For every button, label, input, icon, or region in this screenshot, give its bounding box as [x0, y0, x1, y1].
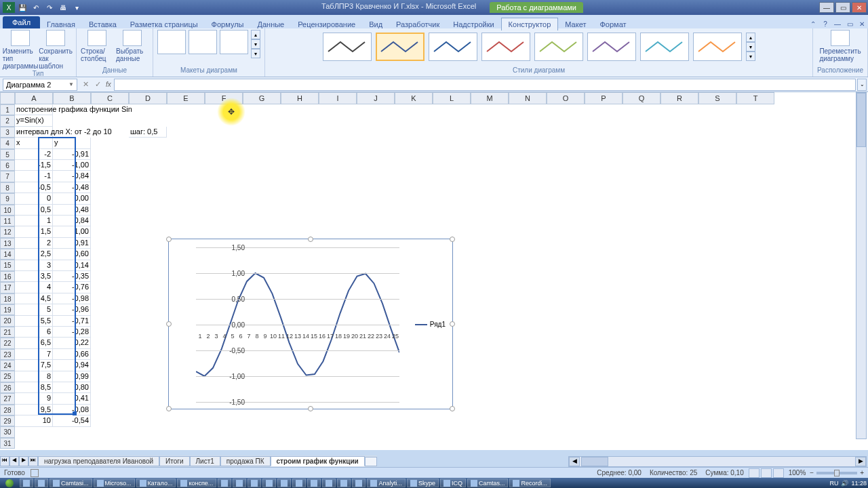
row-header[interactable]: 2	[0, 115, 15, 126]
taskbar-item[interactable]: Analyti...	[367, 479, 406, 487]
row-header[interactable]: 27	[0, 393, 15, 404]
layout-thumb[interactable]	[157, 30, 186, 54]
row-header[interactable]: 17	[0, 282, 15, 293]
row-header[interactable]: 18	[0, 293, 15, 304]
cell[interactable]: 2,5	[15, 249, 53, 260]
taskbar-item[interactable]	[337, 479, 351, 487]
cell[interactable]: 7,5	[15, 360, 53, 371]
chart-style-4[interactable]	[481, 33, 530, 61]
col-header[interactable]: S	[698, 92, 736, 104]
cell[interactable]: 4,5	[15, 293, 53, 304]
col-header[interactable]: B	[53, 92, 91, 104]
qat-save-icon[interactable]: 💾	[16, 2, 28, 13]
row-header[interactable]: 6	[0, 160, 15, 171]
cell[interactable]: y	[53, 138, 91, 148]
cell[interactable]: 0	[15, 193, 53, 204]
row-header[interactable]: 12	[0, 226, 15, 237]
row-header[interactable]: 16	[0, 271, 15, 282]
cell[interactable]: -0,96	[53, 304, 91, 315]
gallery-down-icon[interactable]: ▾	[746, 42, 755, 52]
sheet-tab[interactable]: нагрузка преподавателя Ивановой	[38, 456, 159, 466]
sheet-tab[interactable]: Лист1	[190, 456, 220, 466]
cancel-fx-icon[interactable]: ✕	[80, 79, 91, 90]
cell[interactable]: 0,14	[53, 260, 91, 271]
cell[interactable]: шаг: 0,5	[129, 127, 167, 138]
cell[interactable]: 4	[15, 282, 53, 293]
cell[interactable]: 10	[15, 415, 53, 426]
row-header[interactable]: 10	[0, 205, 15, 216]
cell[interactable]: -0,76	[53, 282, 91, 293]
cell[interactable]: 9,5	[15, 405, 53, 415]
col-header[interactable]: N	[509, 92, 547, 104]
zoom-percent[interactable]: 100%	[789, 469, 806, 476]
col-header[interactable]: Q	[623, 92, 660, 104]
taskbar-item[interactable]: Microso...	[94, 479, 135, 487]
cell[interactable]: -0,28	[53, 327, 91, 338]
worksheet-grid[interactable]: ABCDEFGHIJKLMNOPQRST 1234567891011121314…	[0, 92, 868, 450]
taskbar-item[interactable]: Recordi...	[509, 479, 551, 487]
sheet-tab[interactable]: продажа ПК	[220, 456, 271, 466]
doc-close-icon[interactable]: ✕	[857, 19, 867, 28]
gallery-more-icon[interactable]: ▾	[251, 49, 260, 58]
row-header[interactable]: 23	[0, 349, 15, 360]
chart-style-2[interactable]	[376, 33, 425, 61]
qat-more-icon[interactable]: ▾	[71, 2, 83, 13]
col-header[interactable]: A	[15, 92, 53, 104]
taskbar-item[interactable]	[218, 479, 231, 487]
tray-volume-icon[interactable]: 🔊	[841, 480, 848, 487]
col-header[interactable]: R	[660, 92, 698, 104]
taskbar-item[interactable]: Катало...	[136, 479, 176, 487]
cell[interactable]: 0,94	[53, 360, 91, 371]
formula-bar-expand-icon[interactable]: ⌄	[857, 79, 867, 91]
gallery-down-icon[interactable]: ▾	[251, 39, 260, 49]
cell[interactable]: 8	[15, 371, 53, 382]
sheet-tab[interactable]: Итоги	[159, 456, 189, 466]
chart-style-3[interactable]	[429, 33, 477, 61]
col-header[interactable]: K	[395, 92, 433, 104]
taskbar-pinned[interactable]	[35, 479, 48, 487]
embedded-chart[interactable]: 1234567891011121314151617181920212223242…	[168, 239, 453, 409]
taskbar-item[interactable]: Skype	[407, 479, 439, 487]
col-header[interactable]: J	[357, 92, 395, 104]
tab-file[interactable]: Файл	[3, 16, 40, 28]
cell[interactable]: 0,48	[53, 205, 91, 216]
cell[interactable]: 1	[15, 216, 53, 226]
cell[interactable]: -0,08	[53, 405, 91, 415]
cell[interactable]: 8,5	[15, 382, 53, 393]
horizontal-scrollbar[interactable]: ◀▶	[568, 456, 867, 467]
macro-record-icon[interactable]	[31, 469, 39, 477]
vertical-scrollbar[interactable]	[856, 92, 867, 439]
sheet-tab[interactable]: строим график функции	[271, 456, 365, 466]
taskbar-item[interactable]	[248, 479, 261, 487]
sheet-nav-first-icon[interactable]: ⏮	[0, 456, 9, 466]
tray-lang[interactable]: RU	[829, 480, 838, 487]
cell[interactable]: 1,5	[15, 226, 53, 237]
gallery-up-icon[interactable]: ▴	[251, 30, 260, 39]
cell[interactable]: 0,84	[53, 216, 91, 226]
view-page-break-icon[interactable]	[773, 468, 784, 478]
col-header[interactable]: D	[129, 92, 167, 104]
row-header[interactable]: 22	[0, 338, 15, 348]
select-data-button[interactable]: Выбрать данные	[116, 30, 149, 62]
close-button[interactable]: ✕	[852, 2, 867, 13]
row-header[interactable]: 1	[0, 104, 15, 115]
taskbar-item[interactable]	[307, 479, 321, 487]
fx-icon[interactable]: fx	[106, 81, 111, 88]
col-header[interactable]: H	[281, 92, 319, 104]
qat-print-icon[interactable]: 🖶	[57, 2, 69, 13]
row-header[interactable]: 14	[0, 249, 15, 260]
row-header[interactable]: 25	[0, 371, 15, 382]
taskbar-item[interactable]	[352, 479, 366, 487]
cell[interactable]: -0,91	[53, 149, 91, 160]
chart-legend[interactable]: Ряд1	[415, 321, 446, 328]
taskbar-item[interactable]	[277, 479, 291, 487]
row-header[interactable]: 21	[0, 327, 15, 338]
row-header[interactable]: 20	[0, 315, 15, 326]
taskbar-pinned[interactable]	[20, 479, 33, 487]
start-button[interactable]	[0, 478, 19, 488]
row-header[interactable]: 8	[0, 182, 15, 193]
row-header[interactable]: 19	[0, 304, 15, 315]
gallery-up-icon[interactable]: ▴	[746, 33, 755, 42]
col-header[interactable]: O	[547, 92, 585, 104]
chart-style-5[interactable]	[534, 33, 583, 61]
